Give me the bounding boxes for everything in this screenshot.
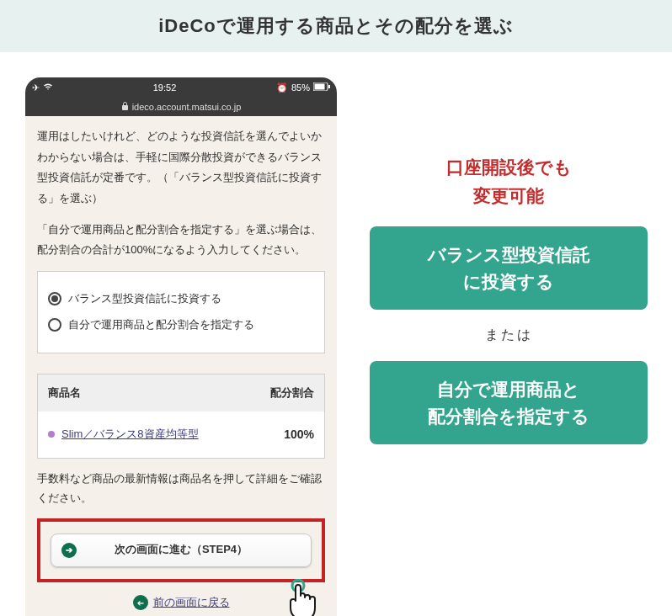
radio-label: 自分で運用商品と配分割合を指定する: [68, 315, 254, 336]
series-dot-icon: [48, 431, 55, 438]
status-bar: ✈ 19:52 ⏰ 85%: [25, 77, 337, 98]
fee-note: 手数料など商品の最新情報は商品名を押して詳細をご確認ください。: [37, 469, 325, 508]
investment-option-group: バランス型投資信託に投資する 自分で運用商品と配分割合を指定する: [37, 271, 325, 353]
svg-rect-3: [122, 105, 128, 110]
explainer-column: 口座開設後でも 変更可能 バランス型投資信託 に投資する または 自分で運用商品…: [362, 77, 655, 616]
pointer-hand-icon: [281, 579, 320, 616]
choice-custom-button[interactable]: 自分で運用商品と 配分割合を指定する: [370, 361, 648, 444]
svg-rect-1: [315, 84, 325, 90]
airplane-icon: ✈: [32, 82, 40, 93]
arrow-right-icon: ➔: [61, 543, 77, 558]
col-product: 商品名: [48, 383, 255, 404]
table-row: Slim／バランス8資産均等型 100%: [38, 412, 324, 458]
intro-paragraph-1: 運用はしたいけれど、どのような投資信託を選んでよいかわからない場合は、手軽に国際…: [37, 126, 325, 210]
radio-option-custom[interactable]: 自分で運用商品と配分割合を指定する: [48, 315, 314, 336]
ratio-cell: 100%: [255, 423, 314, 446]
product-link[interactable]: Slim／バランス8資産均等型: [61, 424, 255, 445]
highlight-frame: ➔ 次の画面に進む（STEP4）: [37, 518, 325, 582]
col-ratio: 配分割合: [255, 383, 314, 404]
radio-option-balanced[interactable]: バランス型投資信託に投資する: [48, 289, 314, 310]
page-banner: iDeCoで運用する商品とその配分を選ぶ: [0, 0, 672, 52]
change-anytime-notice: 口座開設後でも 変更可能: [446, 153, 572, 210]
battery-icon: [313, 82, 330, 93]
radio-icon: [48, 318, 61, 332]
url-text: ideco.account.matsui.co.jp: [132, 102, 242, 112]
choice-balanced-button[interactable]: バランス型投資信託 に投資する: [370, 226, 648, 310]
arrow-left-icon: ➔: [133, 595, 148, 610]
next-button-label: 次の画面に進む（STEP4）: [115, 539, 248, 560]
wifi-icon: [43, 82, 53, 93]
status-time: 19:52: [153, 82, 177, 93]
alarm-icon: ⏰: [276, 82, 288, 93]
intro-paragraph-2: 「自分で運用商品と配分割合を指定する」を選ぶ場合は、配分割合の合計が100%にな…: [37, 220, 325, 261]
next-step-button[interactable]: ➔ 次の画面に進む（STEP4）: [51, 534, 312, 567]
phone-screenshot: ✈ 19:52 ⏰ 85% ideco.account.matsui.co.jp…: [25, 77, 337, 616]
radio-label: バランス型投資信託に投資する: [68, 289, 221, 310]
address-bar: ideco.account.matsui.co.jp: [25, 98, 337, 116]
allocation-table: 商品名 配分割合 Slim／バランス8資産均等型 100%: [37, 374, 325, 459]
radio-icon: [48, 292, 61, 305]
lock-icon: [121, 102, 129, 112]
back-link[interactable]: ➔ 前の画面に戻る: [133, 592, 230, 613]
or-separator: または: [485, 327, 533, 344]
svg-rect-2: [328, 85, 330, 88]
battery-text: 85%: [291, 82, 310, 93]
back-link-text[interactable]: 前の画面に戻る: [153, 592, 230, 613]
banner-title: iDeCoで運用する商品とその配分を選ぶ: [158, 13, 514, 39]
